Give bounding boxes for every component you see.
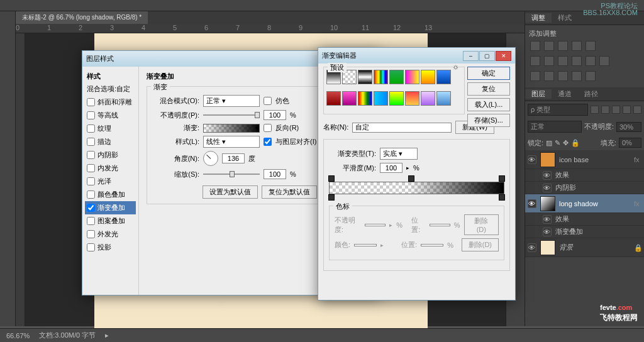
- filter-icon[interactable]: [601, 106, 609, 114]
- adjust-icon[interactable]: [586, 71, 596, 81]
- visibility-icon[interactable]: 👁: [543, 215, 552, 224]
- style-item[interactable]: 光泽: [85, 175, 136, 188]
- fx-row[interactable]: 👁渐变叠加: [525, 226, 644, 238]
- style-checkbox[interactable]: [87, 164, 95, 172]
- style-item[interactable]: 内发光: [85, 162, 136, 175]
- gradient-swatch[interactable]: [436, 70, 451, 84]
- blend-mode-select[interactable]: 正常 ▾: [203, 95, 260, 107]
- opacity-slider[interactable]: [203, 111, 260, 119]
- load-button[interactable]: 载入(L)...: [467, 98, 510, 111]
- style-item[interactable]: 等高线: [85, 109, 136, 122]
- lock-all-icon[interactable]: 🔒: [571, 139, 580, 147]
- close-button[interactable]: ✕: [496, 51, 511, 61]
- color-stop[interactable]: [499, 194, 505, 201]
- scale-input[interactable]: 100: [264, 169, 286, 179]
- gradient-preview[interactable]: ▾: [203, 124, 260, 133]
- opacity-stop[interactable]: [408, 175, 414, 182]
- gradient-swatch[interactable]: [405, 91, 419, 106]
- layer-name[interactable]: icon base: [559, 156, 589, 163]
- document-tab[interactable]: 未标题-2 @ 66.7% (long shadow, RGB/8) *: [16, 11, 148, 24]
- style-item[interactable]: 纹理: [85, 122, 136, 135]
- scale-slider[interactable]: [203, 170, 260, 179]
- lock-pixels-icon[interactable]: ▨: [546, 139, 552, 147]
- adjust-icon[interactable]: [586, 41, 596, 51]
- filter-icon[interactable]: [633, 106, 641, 114]
- filter-icon[interactable]: [591, 106, 599, 114]
- blend-options-item[interactable]: 混合选项:自定: [85, 82, 136, 96]
- gradient-swatch[interactable]: [326, 91, 341, 106]
- gradient-swatch[interactable]: [436, 91, 451, 106]
- visibility-icon[interactable]: 👁: [543, 228, 552, 236]
- style-checkbox[interactable]: [87, 138, 95, 146]
- visibility-icon[interactable]: 👁: [528, 199, 536, 208]
- adjust-icon[interactable]: [572, 71, 582, 81]
- adjust-icon[interactable]: [530, 41, 540, 51]
- opacity-input[interactable]: 30%: [616, 122, 641, 132]
- style-checkbox[interactable]: [87, 151, 95, 159]
- dialog-titlebar[interactable]: 渐变编辑器 – ▢ ✕: [318, 48, 515, 63]
- angle-dial[interactable]: [203, 151, 218, 166]
- adjust-icon[interactable]: [558, 56, 568, 66]
- fx-row[interactable]: 👁效果: [525, 169, 644, 182]
- minimize-button[interactable]: –: [463, 51, 479, 61]
- adjust-icon[interactable]: [558, 71, 568, 81]
- maximize-button[interactable]: ▢: [479, 51, 495, 61]
- zoom-level[interactable]: 66.67%: [6, 332, 30, 339]
- set-default-button[interactable]: 设置为默认值: [203, 185, 258, 199]
- style-checkbox[interactable]: [87, 124, 95, 133]
- lock-paint-icon[interactable]: ✎: [555, 139, 560, 147]
- visibility-icon[interactable]: 👁: [528, 155, 536, 164]
- style-checkbox[interactable]: [87, 217, 95, 225]
- style-item[interactable]: 图案叠加: [85, 214, 136, 228]
- gradient-swatch[interactable]: [405, 70, 419, 84]
- layer-thumb[interactable]: [540, 240, 555, 255]
- visibility-icon[interactable]: 👁: [543, 171, 552, 180]
- tab-style[interactable]: 样式: [552, 13, 578, 23]
- layer-thumb[interactable]: [540, 196, 555, 211]
- style-checkbox[interactable]: [87, 243, 95, 251]
- dither-checkbox[interactable]: [264, 97, 272, 105]
- layer-thumb[interactable]: [540, 152, 555, 167]
- gradient-bar[interactable]: [329, 182, 504, 194]
- gradient-swatch[interactable]: [358, 70, 372, 84]
- style-checkbox[interactable]: [87, 111, 95, 119]
- layer-row[interactable]: 👁 long shadow fx: [525, 194, 644, 213]
- style-checkbox[interactable]: [87, 204, 95, 212]
- adjust-icon[interactable]: [530, 71, 540, 81]
- filter-icon[interactable]: [623, 106, 631, 114]
- gradient-swatch[interactable]: [421, 91, 435, 106]
- gradient-swatch[interactable]: [358, 91, 372, 106]
- align-checkbox[interactable]: [264, 138, 272, 146]
- fx-badge[interactable]: fx: [634, 200, 641, 207]
- style-checkbox[interactable]: [87, 177, 95, 185]
- gradient-swatch[interactable]: [389, 70, 404, 84]
- adjust-icon[interactable]: [558, 41, 568, 51]
- doc-size[interactable]: 文档:3.00M/0 字节: [39, 331, 96, 340]
- gradient-swatch[interactable]: [374, 91, 388, 106]
- tab-channels[interactable]: 通道: [552, 89, 578, 99]
- layer-row[interactable]: 👁 背景 🔒: [525, 238, 644, 257]
- color-stop[interactable]: [328, 194, 335, 201]
- gradient-swatch[interactable]: [342, 91, 357, 106]
- style-item[interactable]: 外发光: [85, 228, 136, 241]
- gradient-swatch[interactable]: [421, 70, 435, 84]
- adjust-icon[interactable]: [544, 71, 554, 81]
- adjust-icon[interactable]: [572, 56, 582, 66]
- fx-row[interactable]: 👁内阴影: [525, 182, 644, 194]
- gradient-swatch[interactable]: [389, 91, 404, 106]
- adjust-icon[interactable]: [599, 56, 609, 66]
- tab-paths[interactable]: 路径: [578, 89, 604, 99]
- visibility-icon[interactable]: 👁: [528, 243, 536, 252]
- layer-name[interactable]: long shadow: [559, 200, 598, 207]
- visibility-icon[interactable]: 👁: [543, 184, 552, 192]
- cancel-button[interactable]: 复位: [467, 82, 510, 96]
- adjust-icon[interactable]: [544, 41, 554, 51]
- adjust-icon[interactable]: [530, 56, 540, 66]
- app-menubar[interactable]: [0, 0, 644, 11]
- style-checkbox[interactable]: [87, 190, 95, 199]
- gear-icon[interactable]: ☼: [452, 62, 459, 71]
- tab-layers[interactable]: 图层: [525, 89, 552, 99]
- styles-header[interactable]: 样式: [85, 70, 136, 82]
- opacity-input[interactable]: 100: [264, 110, 286, 120]
- reset-default-button[interactable]: 复位为默认值: [262, 185, 317, 199]
